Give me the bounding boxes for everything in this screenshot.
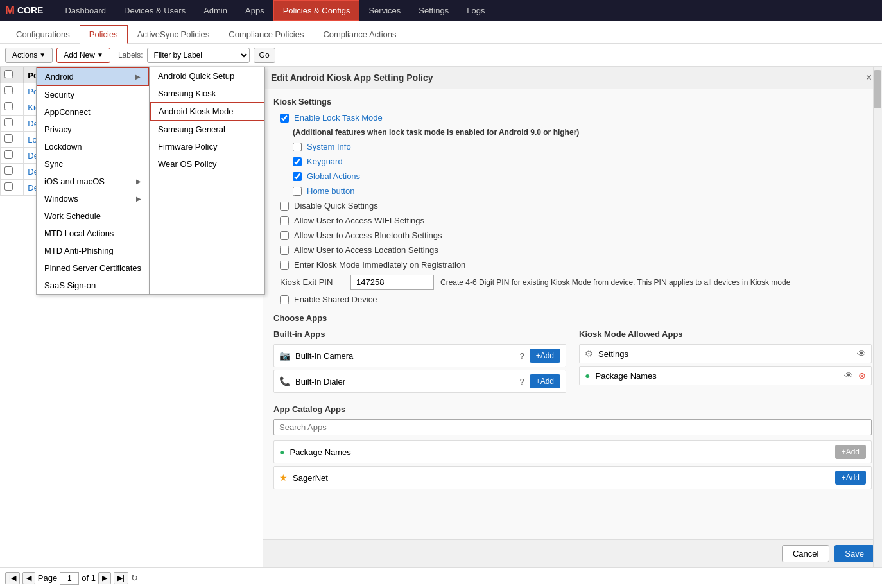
row-checkbox[interactable] bbox=[4, 86, 13, 94]
toolbar: Actions Add New Labels: Filter by Label … bbox=[0, 44, 882, 67]
allow-location-checkbox[interactable] bbox=[280, 246, 289, 255]
actions-button[interactable]: Actions bbox=[5, 48, 53, 63]
submenu-wear-os-policy[interactable]: Wear OS Policy bbox=[150, 155, 264, 173]
dropdown-lockdown[interactable]: Lockdown bbox=[37, 138, 149, 155]
dropdown-android[interactable]: Android ▶ bbox=[37, 67, 149, 86]
dropdown-ios-macos[interactable]: iOS and macOS ▶ bbox=[37, 173, 149, 190]
row-checkbox[interactable] bbox=[4, 150, 13, 159]
add-camera-button[interactable]: +Add bbox=[530, 349, 560, 363]
subnav-configurations[interactable]: Configurations bbox=[6, 25, 80, 44]
add-sagernet-button[interactable]: +Add bbox=[835, 471, 866, 485]
row-checkbox[interactable] bbox=[4, 118, 13, 126]
android-arrow-icon: ▶ bbox=[135, 73, 141, 80]
select-all-checkbox[interactable] bbox=[4, 70, 13, 78]
apps-columns: Built-in Apps 📷 Built-In Camera ? +Add 📞… bbox=[273, 329, 872, 395]
nav-policies-configs[interactable]: Policies & Configs bbox=[273, 0, 360, 21]
nav-logs[interactable]: Logs bbox=[458, 0, 494, 21]
last-page-button[interactable]: ▶| bbox=[114, 572, 128, 584]
dropdown-mtd-local[interactable]: MTD Local Actions bbox=[37, 225, 149, 242]
app-catalog-title: App Catalog Apps bbox=[273, 404, 872, 414]
dropdown-windows[interactable]: Windows ▶ bbox=[37, 190, 149, 207]
submenu-android-kiosk-mode[interactable]: Android Kiosk Mode bbox=[150, 102, 264, 121]
page-number-input[interactable] bbox=[60, 572, 79, 585]
row-checkbox[interactable] bbox=[4, 182, 13, 191]
subnav-activesync[interactable]: ActiveSync Policies bbox=[128, 25, 220, 44]
dropdown-pinned-certs[interactable]: Pinned Server Certificates bbox=[37, 259, 149, 277]
scroll-thumb bbox=[874, 70, 881, 108]
prev-page-button[interactable]: ◀ bbox=[22, 572, 35, 584]
dropdown-security[interactable]: Security bbox=[37, 86, 149, 103]
search-apps-input[interactable] bbox=[273, 419, 872, 435]
labels-label: Labels: bbox=[118, 51, 143, 60]
filter-go-button[interactable]: Go bbox=[254, 48, 275, 63]
system-info-checkbox[interactable] bbox=[293, 143, 302, 151]
of-label: of 1 bbox=[82, 573, 96, 583]
enable-shared-device-label: Enable Shared Device bbox=[294, 295, 377, 304]
submenu-samsung-kiosk[interactable]: Samsung Kiosk bbox=[150, 85, 264, 102]
cancel-button[interactable]: Cancel bbox=[782, 545, 829, 562]
enter-kiosk-checkbox[interactable] bbox=[280, 261, 289, 270]
next-page-button[interactable]: ▶ bbox=[98, 572, 111, 584]
package-eye-icon[interactable]: 👁 bbox=[844, 370, 853, 381]
dialer-help-icon[interactable]: ? bbox=[519, 377, 524, 386]
additional-note: (Additional features when lock task mode… bbox=[273, 128, 872, 137]
submenu-firmware-policy[interactable]: Firmware Policy bbox=[150, 138, 264, 155]
edit-header: Edit Android Kiosk App Setting Policy × bbox=[263, 67, 882, 89]
app-name-camera: Built-In Camera bbox=[295, 351, 514, 361]
row-checkbox[interactable] bbox=[4, 166, 13, 175]
add-dialer-button[interactable]: +Add bbox=[530, 374, 560, 388]
nav-devices-users[interactable]: Devices & Users bbox=[115, 0, 195, 21]
nav-apps[interactable]: Apps bbox=[236, 0, 273, 21]
home-button-checkbox[interactable] bbox=[293, 187, 302, 196]
scrollbar[interactable] bbox=[873, 67, 882, 567]
settings-eye-icon[interactable]: 👁 bbox=[857, 349, 866, 359]
add-new-button[interactable]: Add New bbox=[56, 48, 110, 63]
filter-label-select[interactable]: Filter by Label bbox=[147, 48, 250, 63]
choose-apps-title: Choose Apps bbox=[273, 313, 872, 323]
dropdown-sync[interactable]: Sync bbox=[37, 155, 149, 173]
catalog-green-dot-icon: ● bbox=[279, 447, 284, 457]
disable-quick-settings-checkbox[interactable] bbox=[280, 202, 289, 211]
row-checkbox[interactable] bbox=[4, 102, 13, 110]
dropdown-mtd-anti-label: MTD Anti-Phishing bbox=[44, 246, 114, 255]
keyguard-checkbox[interactable] bbox=[293, 157, 302, 166]
nav-services[interactable]: Services bbox=[359, 0, 410, 21]
app-catalog-section: App Catalog Apps ● Package Names +Add ★ … bbox=[273, 404, 872, 489]
dropdown-appconnect[interactable]: AppConnect bbox=[37, 103, 149, 121]
kiosk-exit-note: Create 4-6 Digit PIN for existing Kiosk … bbox=[440, 278, 790, 287]
nav-admin[interactable]: Admin bbox=[195, 0, 236, 21]
disable-quick-settings-label: Disable Quick Settings bbox=[294, 201, 378, 211]
dropdown-appconnect-label: AppConnect bbox=[44, 107, 91, 117]
sub-navigation: Configurations Policies ActiveSync Polic… bbox=[0, 21, 882, 44]
edit-footer: Cancel Save bbox=[263, 539, 882, 567]
kiosk-exit-pin-input[interactable] bbox=[350, 275, 434, 290]
allow-bluetooth-checkbox[interactable] bbox=[280, 231, 289, 240]
submenu-android-quick-setup[interactable]: Android Quick Setup bbox=[150, 67, 264, 85]
global-actions-checkbox[interactable] bbox=[293, 172, 302, 181]
dropdown-saas-sign-on[interactable]: SaaS Sign-on bbox=[37, 277, 149, 294]
save-button[interactable]: Save bbox=[834, 545, 874, 562]
enable-shared-device-checkbox[interactable] bbox=[280, 295, 289, 304]
submenu-samsung-general[interactable]: Samsung General bbox=[150, 121, 264, 138]
refresh-icon[interactable]: ↻ bbox=[131, 573, 138, 583]
edit-body: Kiosk Settings Enable Lock Task Mode (Ad… bbox=[263, 89, 882, 539]
camera-help-icon[interactable]: ? bbox=[519, 351, 524, 361]
allow-wifi-checkbox[interactable] bbox=[280, 216, 289, 225]
dropdown-work-schedule[interactable]: Work Schedule bbox=[37, 207, 149, 225]
dropdown-android-label: Android bbox=[45, 72, 74, 82]
subnav-compliance-policies[interactable]: Compliance Policies bbox=[219, 25, 313, 44]
builtin-apps-title: Built-in Apps bbox=[273, 329, 566, 339]
dropdown-privacy[interactable]: Privacy bbox=[37, 121, 149, 138]
subnav-policies[interactable]: Policies bbox=[80, 25, 128, 44]
nav-dashboard[interactable]: Dashboard bbox=[56, 0, 115, 21]
dropdown-mtd-anti[interactable]: MTD Anti-Phishing bbox=[37, 242, 149, 259]
first-page-button[interactable]: |◀ bbox=[5, 572, 20, 584]
row-checkbox[interactable] bbox=[4, 134, 13, 143]
enable-lock-task-checkbox[interactable] bbox=[280, 114, 289, 123]
nav-settings[interactable]: Settings bbox=[410, 0, 458, 21]
add-package-button-disabled: +Add bbox=[835, 445, 866, 459]
kiosk-app-settings: ⚙ Settings 👁 bbox=[579, 344, 872, 363]
subnav-compliance-actions[interactable]: Compliance Actions bbox=[313, 25, 406, 44]
dropdown-sync-label: Sync bbox=[44, 159, 63, 169]
package-remove-icon[interactable]: ⊗ bbox=[858, 370, 866, 381]
